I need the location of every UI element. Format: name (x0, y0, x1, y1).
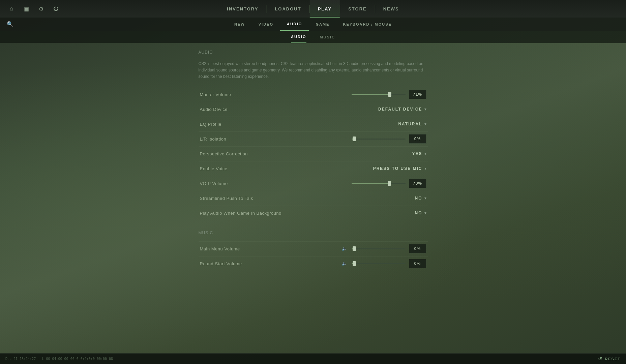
tab-game[interactable]: GAME (309, 18, 336, 31)
voip-volume-fill (352, 183, 389, 184)
perspective-correction-dropdown[interactable]: YES ▾ (386, 151, 426, 156)
nav-inventory[interactable]: INVENTORY (219, 0, 266, 18)
lr-isolation-label: L/R Isolation (200, 136, 227, 142)
audio-section-title: Audio (199, 50, 428, 57)
voip-volume-label: VOIP Volume (200, 181, 228, 186)
sub-navigation: 🔍 NEW VIDEO AUDIO GAME KEYBOARD / MOUSE (0, 18, 626, 31)
voip-volume-slider[interactable] (352, 183, 406, 184)
home-icon[interactable]: ⌂ (7, 4, 16, 13)
music-section-title: Music (199, 231, 428, 237)
eq-profile-label: EQ Profile (200, 122, 221, 127)
master-volume-value: 71% (409, 90, 426, 99)
nav-loadout[interactable]: LOADOUT (267, 0, 309, 18)
round-start-volume-slider[interactable] (352, 263, 406, 264)
master-volume-control: 71% (352, 90, 426, 99)
audio-device-label: Audio Device (200, 107, 228, 112)
eq-profile-dropdown[interactable]: NATURAL ▾ (386, 122, 426, 126)
voip-volume-value: 70% (409, 179, 426, 188)
volume-icon-1: 🔈 (342, 246, 347, 251)
setting-lr-isolation: L/R Isolation 0% (199, 131, 428, 146)
setting-bg-audio: Play Audio When Game In Background NO ▾ (199, 206, 428, 220)
master-volume-fill (352, 94, 390, 95)
main-menu-volume-control: 🔈 0% (342, 244, 426, 253)
reset-button[interactable]: ↺ RESET (598, 356, 621, 362)
master-volume-thumb[interactable] (388, 92, 391, 97)
round-start-volume-thumb[interactable] (353, 261, 356, 266)
settings-panel: Audio CS2 is best enjoyed with stereo he… (199, 50, 428, 346)
chevron-down-icon-3: ▾ (424, 151, 426, 156)
gear-icon[interactable]: ⚙ (36, 4, 46, 13)
music-section: Music Main Menu Volume 🔈 0% Round Start … (199, 231, 428, 271)
status-text: Dec 21 15:14:27 - L 00-04:00-00-00 0 0:9… (5, 357, 113, 361)
sub-navigation-2: AUDIO MUSIC (0, 31, 626, 43)
tab-audio[interactable]: AUDIO (280, 18, 309, 31)
setting-voip-volume: VOIP Volume 70% (199, 176, 428, 191)
main-menu-volume-value: 0% (409, 244, 426, 253)
nav-icons-left: ⌂ ▣ ⚙ ⏻ (7, 4, 61, 13)
audio-device-value: DEFAULT DEVICE (378, 107, 422, 112)
reset-label: RESET (605, 357, 621, 361)
lr-isolation-slider[interactable] (352, 139, 406, 140)
tab-audio-sub[interactable]: AUDIO (291, 31, 306, 43)
power-icon[interactable]: ⏻ (51, 4, 61, 13)
main-nav: INVENTORY LOADOUT PLAY STORE NEWS (219, 0, 407, 18)
perspective-correction-label: Perspective Correction (200, 151, 248, 156)
master-volume-slider[interactable] (352, 94, 406, 95)
chevron-down-icon-5: ▾ (424, 196, 426, 201)
setting-push-to-talk: Streamlined Push To Talk NO ▾ (199, 191, 428, 206)
eq-profile-value: NATURAL (398, 122, 422, 126)
lr-isolation-value: 0% (409, 134, 426, 144)
tab-keyboard-mouse[interactable]: KEYBOARD / MOUSE (336, 18, 398, 31)
main-menu-volume-thumb[interactable] (353, 246, 356, 251)
setting-audio-device: Audio Device DEFAULT DEVICE ▾ (199, 102, 428, 117)
main-menu-volume-slider[interactable] (352, 248, 406, 249)
tab-video[interactable]: VIDEO (252, 18, 280, 31)
tv-icon[interactable]: ▣ (22, 4, 31, 13)
setting-eq-profile: EQ Profile NATURAL ▾ (199, 117, 428, 131)
bg-audio-value: NO (415, 211, 422, 215)
tab-music-sub[interactable]: MUSIC (320, 31, 335, 43)
volume-icon-2: 🔈 (342, 261, 347, 266)
tab-new[interactable]: NEW (228, 18, 252, 31)
nav-news[interactable]: NEWS (375, 0, 407, 18)
lr-isolation-control: 0% (352, 134, 426, 144)
setting-master-volume: Master Volume 71% (199, 87, 428, 102)
main-menu-volume-label: Main Menu Volume (200, 246, 240, 251)
push-to-talk-dropdown[interactable]: NO ▾ (386, 196, 426, 201)
main-content: Audio CS2 is best enjoyed with stereo he… (0, 43, 626, 353)
enable-voice-dropdown[interactable]: PRESS TO USE MIC ▾ (373, 166, 426, 171)
setting-enable-voice: Enable Voice PRESS TO USE MIC ▾ (199, 161, 428, 176)
setting-round-start-volume: Round Start Volume 🔈 0% (199, 256, 428, 271)
nav-play[interactable]: PLAY (310, 0, 340, 18)
enable-voice-value: PRESS TO USE MIC (373, 166, 422, 171)
enable-voice-label: Enable Voice (200, 166, 228, 171)
nav-store[interactable]: STORE (340, 0, 375, 18)
audio-section-desc: CS2 is best enjoyed with stereo headphon… (199, 61, 428, 80)
search-icon[interactable]: 🔍 (7, 21, 13, 27)
chevron-down-icon-4: ▾ (424, 166, 426, 171)
push-to-talk-label: Streamlined Push To Talk (200, 196, 253, 201)
round-start-volume-label: Round Start Volume (200, 261, 242, 266)
top-navigation: ⌂ ▣ ⚙ ⏻ INVENTORY LOADOUT PLAY STORE NEW… (0, 0, 626, 18)
master-volume-label: Master Volume (200, 92, 231, 97)
chevron-down-icon: ▾ (424, 107, 426, 112)
bg-audio-dropdown[interactable]: NO ▾ (386, 211, 426, 215)
audio-device-dropdown[interactable]: DEFAULT DEVICE ▾ (378, 107, 426, 112)
lr-isolation-thumb[interactable] (353, 136, 356, 141)
voip-volume-thumb[interactable] (388, 181, 391, 186)
voip-volume-control: 70% (352, 179, 426, 188)
setting-main-menu-volume: Main Menu Volume 🔈 0% (199, 241, 428, 256)
push-to-talk-value: NO (415, 196, 422, 201)
reset-icon: ↺ (598, 356, 603, 362)
round-start-volume-value: 0% (409, 259, 426, 268)
chevron-down-icon-6: ▾ (424, 211, 426, 215)
chevron-down-icon-2: ▾ (424, 122, 426, 126)
round-start-volume-control: 🔈 0% (342, 259, 426, 268)
bg-audio-label: Play Audio When Game In Background (200, 211, 281, 216)
bottom-bar: Dec 21 15:14:27 - L 00-04:00-00-00 0 0:9… (0, 353, 626, 364)
sub-nav-items: NEW VIDEO AUDIO GAME KEYBOARD / MOUSE (228, 18, 398, 31)
perspective-correction-value: YES (412, 151, 422, 156)
setting-perspective-correction: Perspective Correction YES ▾ (199, 146, 428, 161)
